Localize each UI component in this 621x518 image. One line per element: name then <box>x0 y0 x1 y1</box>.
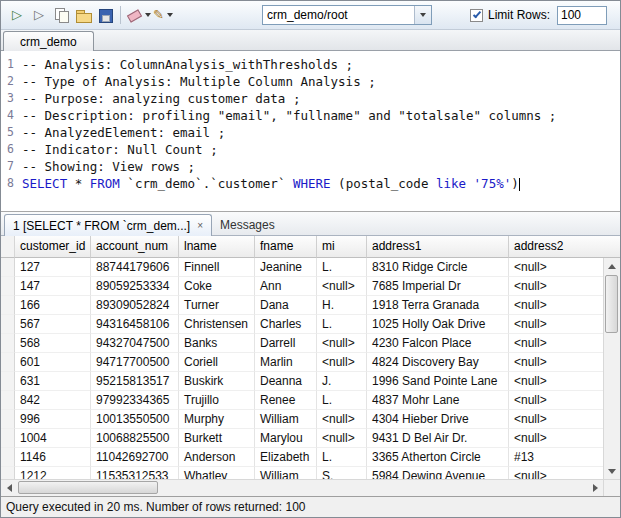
scroll-up-button[interactable] <box>604 258 620 274</box>
edit-query-button[interactable]: ✎ <box>152 4 174 26</box>
table-row[interactable]: 16689309052824TurnerDanaH.1918 Terra Gra… <box>1 296 620 315</box>
arrow-up-icon <box>608 264 616 269</box>
column-header-lname[interactable]: lname <box>179 236 255 258</box>
horizontal-scrollbar[interactable] <box>1 479 603 496</box>
combo-dropdown-button[interactable] <box>414 6 431 24</box>
save-button[interactable] <box>94 4 116 26</box>
table-cell: Coke <box>179 277 255 296</box>
table-row[interactable]: 84297992334365TrujilloReneeL.4837 Mohr L… <box>1 391 620 410</box>
column-header-fname[interactable]: fname <box>255 236 317 258</box>
table-cell: Murphy <box>179 410 255 429</box>
save-icon <box>97 7 113 23</box>
table-row[interactable]: 56894327047500BanksDarrell<null>4230 Fal… <box>1 334 620 353</box>
close-icon[interactable]: × <box>197 221 203 231</box>
column-header-mi[interactable]: mi <box>317 236 367 258</box>
sql-editor[interactable]: 1-- Analysis: ColumnAnalysis_withThresho… <box>1 51 620 211</box>
row-selector[interactable] <box>1 448 15 467</box>
table-cell: 1025 Holly Oak Drive <box>367 315 509 334</box>
table-cell: Marylou <box>255 429 317 448</box>
toolbar: ▷▷✎ crm_demo/root Limit Rows: <box>1 1 620 30</box>
run-selection-icon: ▷ <box>34 7 44 23</box>
table-cell: Finnell <box>179 258 255 277</box>
database-combo[interactable]: crm_demo/root <box>262 5 432 25</box>
scroll-right-button[interactable] <box>587 480 603 496</box>
code-text: -- Description: profiling "email", "full… <box>22 107 556 124</box>
table-cell: Deanna <box>255 372 317 391</box>
chevron-down-icon <box>145 13 151 17</box>
table-cell: 9431 D Bel Air Dr. <box>367 429 509 448</box>
run-query-button[interactable]: ▷ <box>6 4 28 26</box>
column-header-customer_id[interactable]: customer_id <box>15 236 91 258</box>
table-cell: 11535312533 <box>91 467 179 479</box>
table-row[interactable]: 63195215813517BuskirkDeannaJ.1996 Sand P… <box>1 372 620 391</box>
copy-button[interactable] <box>50 4 72 26</box>
row-selector[interactable] <box>1 277 15 296</box>
editor-line: 6-- Indicator: Null Count ; <box>1 141 620 158</box>
table-cell: 1146 <box>15 448 91 467</box>
results-grid-area: customer_idaccount_numlnamefnamemiaddres… <box>1 236 620 496</box>
table-cell: 88744179606 <box>91 258 179 277</box>
table-cell: Ann <box>255 277 317 296</box>
row-selector[interactable] <box>1 334 15 353</box>
table-row[interactable]: 121211535312533WhatleyWilliamS.5984 Dewi… <box>1 467 620 479</box>
row-selector[interactable] <box>1 391 15 410</box>
table-cell: Buskirk <box>179 372 255 391</box>
table-row[interactable]: 14789059253334CokeAnn<null>7685 Imperial… <box>1 277 620 296</box>
table-cell: 4230 Falcon Place <box>367 334 509 353</box>
scroll-left-button[interactable] <box>1 480 17 496</box>
table-row[interactable]: 60194717700500CoriellMarlin<null>4824 Di… <box>1 353 620 372</box>
table-cell: 1212 <box>15 467 91 479</box>
clear-editor-button[interactable] <box>125 4 152 26</box>
clear-editor-icon <box>126 7 142 23</box>
table-cell: Jeanine <box>255 258 317 277</box>
vertical-scroll-thumb[interactable] <box>605 275 618 333</box>
editor-line: 1-- Analysis: ColumnAnalysis_withThresho… <box>1 56 620 73</box>
row-selector[interactable] <box>1 429 15 448</box>
editor-line: 8SELECT * FROM `crm_demo`.`customer` WHE… <box>1 175 620 192</box>
arrow-down-icon <box>608 469 616 474</box>
row-selector[interactable] <box>1 315 15 334</box>
line-number: 7 <box>1 158 22 175</box>
database-combo-value: crm_demo/root <box>263 8 414 22</box>
horizontal-scroll-thumb[interactable] <box>18 481 158 494</box>
table-cell: 3365 Atherton Circle <box>367 448 509 467</box>
code-text: -- Type of Analysis: Multiple Column Ana… <box>22 73 376 90</box>
code-text: -- Indicator: Null Count ; <box>22 141 218 158</box>
row-selector[interactable] <box>1 353 15 372</box>
table-row[interactable]: 114611042692700AndersonElizabethL.3365 A… <box>1 448 620 467</box>
open-file-button[interactable] <box>72 4 94 26</box>
editor-line: 5-- AnalyzedElement: email ; <box>1 124 620 141</box>
table-row[interactable]: 100410068825500BurkettMarylou<null>9431 … <box>1 429 620 448</box>
row-selector[interactable] <box>1 410 15 429</box>
column-header-address1[interactable]: address1 <box>367 236 509 258</box>
results-tab-bar: 1 [SELECT * FROM `crm_dem...] × Messages <box>1 212 620 236</box>
row-selector[interactable] <box>1 467 15 479</box>
table-row[interactable]: 56794316458106ChristensenCharlesL.1025 H… <box>1 315 620 334</box>
limit-rows-input[interactable] <box>557 6 607 25</box>
row-selector[interactable] <box>1 372 15 391</box>
editor-line: 3-- Purpose: analyzing customer data ; <box>1 90 620 107</box>
run-selection-button[interactable]: ▷ <box>28 4 50 26</box>
table-cell: Renee <box>255 391 317 410</box>
limit-rows-group: Limit Rows: <box>470 6 607 25</box>
column-header-account_num[interactable]: account_num <box>91 236 179 258</box>
row-selector[interactable] <box>1 296 15 315</box>
column-header-address2[interactable]: address2 <box>509 236 620 258</box>
vertical-scrollbar[interactable] <box>603 258 620 479</box>
tab-messages[interactable]: Messages <box>212 215 283 235</box>
table-row[interactable]: 12788744179606FinnellJeanineL.8310 Ridge… <box>1 258 620 277</box>
table-cell: 97992334365 <box>91 391 179 410</box>
table-row[interactable]: 99610013550500MurphyWilliam<null>4304 Hi… <box>1 410 620 429</box>
table-cell: 94717700500 <box>91 353 179 372</box>
tab-result-1[interactable]: 1 [SELECT * FROM `crm_dem...] × <box>4 214 212 236</box>
line-number: 6 <box>1 141 22 158</box>
vertical-scroll-track[interactable] <box>604 274 620 463</box>
limit-rows-checkbox[interactable] <box>470 9 483 22</box>
scroll-down-button[interactable] <box>604 463 620 479</box>
row-selector[interactable] <box>1 258 15 277</box>
table-cell: 94316458106 <box>91 315 179 334</box>
messages-tab-label: Messages <box>220 218 275 232</box>
editor-tab-crm-demo[interactable]: crm_demo <box>3 31 94 51</box>
table-cell: 10013550500 <box>91 410 179 429</box>
horizontal-scroll-track[interactable] <box>17 480 587 496</box>
